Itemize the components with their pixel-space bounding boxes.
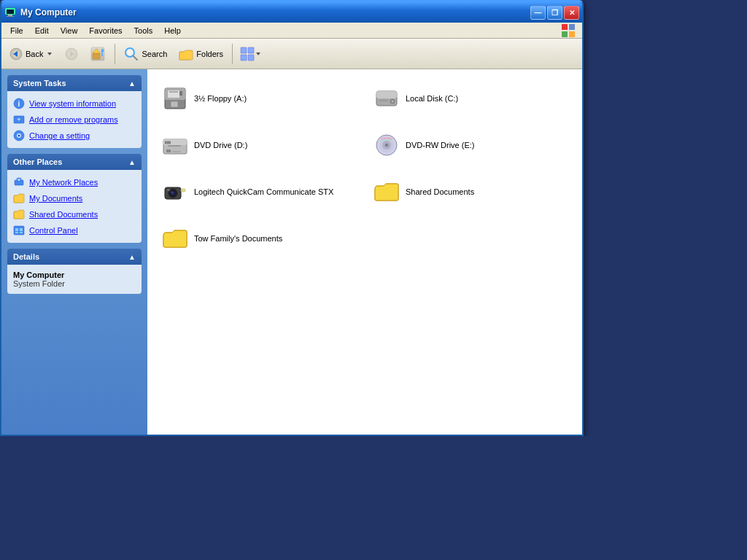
floppy-icon xyxy=(162,85,188,112)
svg-rect-3 xyxy=(7,16,14,17)
floppy-label: 3½ Floppy (A:) xyxy=(194,94,247,103)
minimize-button[interactable]: — xyxy=(530,6,546,20)
window-icon xyxy=(4,7,16,18)
svg-line-28 xyxy=(133,56,137,60)
toolbar-separator-1 xyxy=(115,44,115,64)
tow-family-label: Tow Family's Documents xyxy=(194,234,282,243)
menu-help[interactable]: Help xyxy=(158,25,187,36)
search-icon xyxy=(124,47,139,61)
svg-marker-18 xyxy=(47,52,52,55)
main-area: System Tasks ▲ i View system information xyxy=(1,69,582,435)
svg-rect-12 xyxy=(562,24,568,30)
other-places-header[interactable]: Other Places ▲ xyxy=(7,154,142,170)
back-dropdown-arrow-icon xyxy=(46,50,53,58)
svg-point-27 xyxy=(127,50,133,55)
svg-point-44 xyxy=(18,179,20,181)
svg-rect-62 xyxy=(379,100,388,101)
svg-rect-13 xyxy=(569,24,575,30)
shared-docs-item[interactable]: Shared Documents xyxy=(366,170,575,214)
tow-family-item[interactable]: Tow Family's Documents xyxy=(155,217,363,260)
svg-marker-34 xyxy=(256,52,260,55)
svg-rect-30 xyxy=(241,47,247,53)
dvdrw-e-label: DVD-RW Drive (E:) xyxy=(406,141,475,149)
svg-point-61 xyxy=(392,101,394,103)
info-icon: i xyxy=(13,98,25,109)
details-section: Details ▲ My Computer System Folder xyxy=(7,249,142,294)
my-network-places-link[interactable]: My Network Places xyxy=(10,174,139,190)
system-tasks-section: System Tasks ▲ i View system information xyxy=(7,75,142,148)
menubar: File Edit View Favorites Tools Help xyxy=(1,23,582,39)
control-panel-icon xyxy=(13,225,25,236)
shared-docs-label: Shared Documents xyxy=(406,187,474,196)
change-setting-label: Change a setting xyxy=(29,131,90,140)
menu-file[interactable]: File xyxy=(4,25,29,36)
details-content: My Computer System Folder xyxy=(7,265,142,294)
shared-folder-icon xyxy=(374,179,400,205)
add-remove-programs-link[interactable]: + Add or remove programs xyxy=(10,112,139,128)
shared-documents-label: Shared Documents xyxy=(29,210,98,219)
view-system-info-link[interactable]: i View system information xyxy=(10,96,139,112)
up-button[interactable] xyxy=(85,43,111,65)
my-documents-icon xyxy=(13,192,25,204)
details-label: Details xyxy=(13,252,39,261)
svg-point-79 xyxy=(171,192,173,193)
svg-rect-57 xyxy=(179,91,182,96)
menu-view[interactable]: View xyxy=(55,25,84,36)
details-header[interactable]: Details ▲ xyxy=(7,249,142,265)
maximize-button[interactable]: ❐ xyxy=(547,6,562,20)
menu-tools[interactable]: Tools xyxy=(128,25,159,36)
file-list: 3½ Floppy (A:) Local Disk (C:) xyxy=(147,69,582,435)
view-system-info-label: View system information xyxy=(29,99,116,108)
forward-icon xyxy=(65,47,78,61)
forward-button[interactable] xyxy=(60,44,83,63)
svg-rect-67 xyxy=(172,151,181,152)
change-setting-link[interactable]: Change a setting xyxy=(10,128,139,144)
my-documents-label: My Documents xyxy=(29,194,82,203)
views-dropdown[interactable] xyxy=(236,44,266,64)
other-places-section: Other Places ▲ My Network Places xyxy=(7,154,142,243)
back-button[interactable]: Back xyxy=(4,44,58,63)
system-tasks-content: i View system information + Add or re xyxy=(7,91,142,148)
close-button[interactable]: ✕ xyxy=(564,6,579,20)
svg-rect-15 xyxy=(569,31,575,37)
harddisk-icon xyxy=(374,85,400,112)
svg-rect-1 xyxy=(7,9,14,14)
webcam-item[interactable]: Logitech QuickCam Communicate STX xyxy=(155,170,363,214)
search-label: Search xyxy=(142,50,167,58)
shared-documents-link[interactable]: Shared Documents xyxy=(10,206,139,222)
folders-label: Folders xyxy=(196,50,223,58)
svg-rect-80 xyxy=(181,189,185,192)
views-dropdown-arrow-icon xyxy=(255,50,262,58)
network-icon xyxy=(13,176,25,188)
folders-button[interactable]: Folders xyxy=(174,44,228,64)
titlebar: My Computer — ❐ ✕ xyxy=(1,2,582,23)
menu-favorites[interactable]: Favorites xyxy=(83,25,128,36)
dvdrw-e-item[interactable]: DVD-RW Drive (E:) xyxy=(366,123,575,167)
back-label: Back xyxy=(26,50,43,58)
search-button[interactable]: Search xyxy=(119,44,172,64)
views-icon xyxy=(240,47,255,61)
my-documents-link[interactable]: My Documents xyxy=(10,190,139,206)
svg-rect-63 xyxy=(379,103,385,104)
webcam-label: Logitech QuickCam Communicate STX xyxy=(194,187,333,196)
svg-rect-55 xyxy=(169,91,178,93)
svg-rect-48 xyxy=(15,228,18,231)
system-tasks-chevron: ▲ xyxy=(128,79,136,88)
floppy-item[interactable]: 3½ Floppy (A:) xyxy=(155,77,363,120)
menu-edit[interactable]: Edit xyxy=(29,25,55,36)
local-disk-c-item[interactable]: Local Disk (C:) xyxy=(366,77,575,120)
svg-rect-22 xyxy=(93,53,100,59)
local-disk-c-label: Local Disk (C:) xyxy=(406,94,458,103)
left-panel: System Tasks ▲ i View system information xyxy=(1,69,147,435)
add-remove-icon: + xyxy=(13,114,25,125)
dvd-d-item[interactable]: DVD DVD Drive (D:) xyxy=(155,123,363,167)
svg-rect-49 xyxy=(20,228,23,231)
shared-documents-icon xyxy=(13,209,25,220)
toolbar: Back xyxy=(1,39,582,69)
svg-rect-2 xyxy=(8,15,12,16)
details-chevron: ▲ xyxy=(128,253,136,261)
folders-icon xyxy=(179,47,193,61)
system-tasks-header[interactable]: System Tasks ▲ xyxy=(7,75,142,91)
dvd-d-label: DVD Drive (D:) xyxy=(194,141,247,149)
control-panel-link[interactable]: Control Panel xyxy=(10,222,139,238)
